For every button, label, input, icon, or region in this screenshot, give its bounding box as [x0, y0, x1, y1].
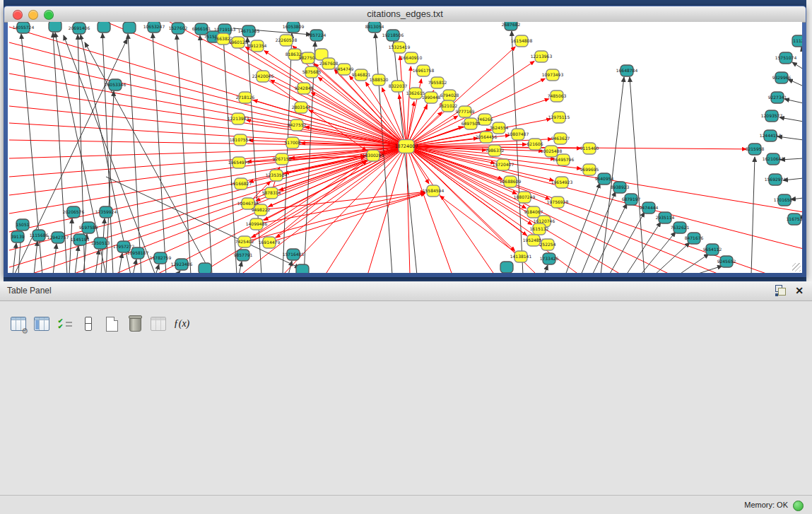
node-label: 10688609: [500, 179, 522, 184]
row-height-icon[interactable]: [80, 315, 97, 333]
node-label: 9245652: [717, 259, 736, 264]
float-panel-icon[interactable]: [775, 285, 787, 296]
node-label: 26053346: [105, 82, 126, 87]
black-edge: [694, 266, 722, 273]
node-label: 9654112: [703, 247, 722, 252]
node-label: 15716485: [283, 252, 305, 257]
node-label: 1350513: [91, 240, 110, 245]
black-edge: [544, 265, 548, 273]
node-label: 16154808: [511, 38, 533, 43]
red-edge: [9, 42, 406, 146]
node-label: 19654975: [228, 160, 250, 165]
node-label: 9777169: [456, 109, 475, 114]
table-panel-title: Table Panel: [7, 281, 52, 300]
red-edge: [440, 196, 521, 257]
node-label: 18107554: [230, 137, 252, 142]
node-label: 1112: [793, 38, 802, 43]
node-label: 3624554: [490, 125, 509, 130]
node-label: 1115686: [30, 233, 49, 238]
node-label: 16495796: [553, 157, 575, 162]
red-edge: [406, 146, 802, 249]
network-canvas[interactable]: 1405572420691406106532471527602696616110…: [8, 22, 802, 273]
black-edge: [95, 250, 99, 273]
node-label: 9197588: [79, 225, 98, 230]
table-panel-header[interactable]: Table Panel ✕: [0, 281, 812, 301]
new-table-icon[interactable]: [103, 315, 120, 333]
node-label: 8912354: [248, 43, 267, 48]
select-all-rows-icon[interactable]: ✔✔: [57, 315, 73, 333]
delete-table-icon[interactable]: [126, 315, 143, 333]
node-label: 12444157: [760, 133, 782, 138]
import-table-icon[interactable]: [150, 315, 167, 333]
node-label: 7955812: [428, 80, 447, 85]
node-label: 16640910: [401, 55, 423, 60]
node-label: 1615132: [530, 226, 549, 231]
node-label: 20691406: [69, 25, 90, 30]
network-window-titlebar[interactable]: citations_edges.txt: [4, 6, 806, 23]
node-label: 9184067: [524, 209, 543, 214]
teal-node[interactable]: [98, 22, 110, 33]
memory-status-indicator[interactable]: [793, 501, 804, 511]
node-label: 252254: [540, 242, 556, 247]
memory-status-label: Memory: OK: [744, 496, 788, 514]
black-edge: [200, 35, 212, 273]
node-label: 12975115: [548, 115, 570, 119]
node-label: 6794028: [440, 93, 459, 98]
teal-node[interactable]: [500, 262, 513, 273]
node-label: 9146821: [352, 72, 371, 77]
node-label: 22260538: [276, 37, 298, 42]
node-label: 1733426: [540, 256, 559, 261]
node-label: 2367608: [319, 61, 339, 66]
teal-node[interactable]: [123, 22, 136, 33]
node-label: 7986372: [486, 148, 505, 153]
node-label: 10025488: [541, 148, 563, 153]
node-label: 17016504: [774, 197, 796, 202]
function-builder-icon[interactable]: ƒ(x): [173, 315, 190, 333]
node-label: 9115460: [580, 146, 599, 151]
node-label: 19654923: [551, 180, 573, 185]
black-edge: [751, 157, 755, 273]
teal-node[interactable]: [199, 263, 211, 273]
close-panel-icon[interactable]: ✕: [795, 285, 804, 296]
node-label: 12353504: [266, 173, 288, 177]
node-label: 1621022: [439, 103, 458, 108]
node-label: 9242848: [295, 86, 314, 90]
node-label: 2718126: [236, 95, 255, 100]
node-label: 8813054: [365, 24, 384, 29]
node-label: 10653247: [143, 24, 165, 29]
node-label: 1145194: [71, 237, 90, 242]
node-label: 15720407: [493, 162, 514, 167]
black-edge: [609, 212, 645, 273]
red-edge: [245, 193, 425, 242]
node-label: 10973493: [542, 72, 564, 77]
node-label: 116753: [787, 216, 802, 221]
table-settings-icon[interactable]: ⚙: [10, 315, 27, 333]
node-label: 7632621: [671, 225, 690, 230]
node-label: 9267150: [273, 156, 292, 161]
node-label: 18724007: [394, 144, 418, 149]
node-label: 19218506: [382, 33, 404, 37]
teal-node[interactable]: [296, 264, 309, 273]
resize-grip-icon[interactable]: [792, 263, 801, 271]
node-label: 12923486: [171, 262, 193, 267]
node-label: 39139: [11, 234, 24, 239]
node-label: 9640954: [595, 176, 614, 181]
black-edge: [128, 34, 141, 273]
node-label: 16648784: [616, 68, 638, 73]
node-label: 1990448: [422, 95, 441, 100]
red-edge: [9, 146, 406, 250]
black-edge: [512, 31, 523, 273]
node-label: 9474444: [640, 205, 659, 210]
red-edge: [406, 146, 553, 180]
show-columns-icon[interactable]: [33, 315, 50, 333]
black-edge: [640, 232, 676, 273]
node-label: 2803144: [292, 105, 311, 110]
node-label: 9498222: [252, 207, 271, 212]
node-label: 5875685: [302, 69, 322, 74]
teal-node[interactable]: [49, 22, 61, 32]
network-view-window[interactable]: citations_edges.txt 14055724206914061065…: [4, 6, 806, 277]
node-label: 19166827: [230, 181, 252, 186]
node-label: 9227341: [768, 95, 787, 100]
red-edge: [406, 146, 410, 273]
red-edge: [253, 100, 406, 146]
